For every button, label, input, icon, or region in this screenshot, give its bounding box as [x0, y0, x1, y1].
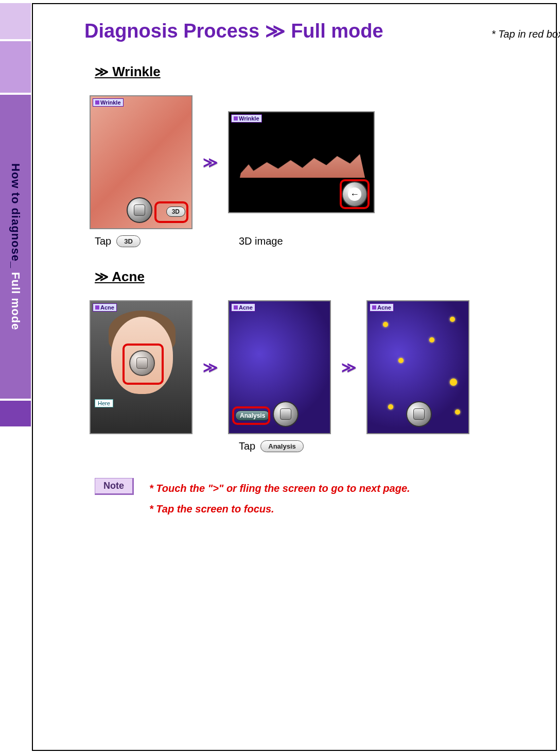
acne-marker	[429, 337, 434, 342]
acne-badge-3: Acne	[370, 303, 394, 312]
note-badge: Note	[95, 478, 134, 495]
page-frame: Diagnosis Process ≫ Full mode * Tap in r…	[32, 3, 557, 751]
capture-button-acne[interactable]	[273, 401, 299, 427]
section-heading-wrinkle: ≫ Wrinkle	[95, 64, 560, 80]
tap-label-acne: Tap	[239, 440, 255, 452]
stop-icon	[134, 204, 145, 216]
red-highlight-back	[340, 179, 370, 209]
sidebar-label: How to diagnose_ Full mode	[9, 163, 22, 330]
3d-image-label: 3D image	[239, 235, 283, 247]
red-highlight-tap	[122, 344, 164, 385]
capture-button[interactable]	[127, 197, 152, 223]
note-line-2: * Tap the screen to focus.	[149, 499, 410, 519]
sidebar-label-part2: Full mode	[9, 272, 22, 330]
note-line-1: * Touch the ">" or fling the screen to g…	[149, 478, 410, 499]
analysis-pill-caption: Analysis	[260, 440, 303, 452]
acne-marker	[388, 404, 393, 409]
page-title: Diagnosis Process ≫ Full mode	[84, 20, 383, 42]
acne-screen-result: Acne	[366, 300, 469, 434]
acne-badge-2: Acne	[231, 303, 255, 312]
acne-screen-position: Acne Here	[90, 300, 192, 434]
sidebar-tab-active[interactable]: How to diagnose_ Full mode	[0, 95, 31, 399]
sidebar-tab-2[interactable]	[0, 41, 31, 93]
step-arrow-icon-2: ≫	[203, 359, 218, 376]
sidebar-tab-4[interactable]	[0, 401, 31, 426]
3d-pill-caption: 3D	[116, 235, 141, 247]
acne-screen-raw: Acne Analysis	[228, 300, 331, 434]
acne-badge-1: Acne	[93, 303, 117, 312]
legend-text: * Tap in red box	[492, 28, 560, 40]
acne-marker	[398, 358, 404, 363]
step-arrow-icon-3: ≫	[341, 359, 356, 376]
section-heading-acne: ≫ Acne	[95, 269, 560, 285]
note-text: * Touch the ">" or fling the screen to g…	[149, 478, 410, 519]
sidebar-label-part1: How to diagnose_	[9, 163, 22, 272]
red-highlight-analysis	[232, 406, 270, 425]
skin-3d-render	[240, 138, 365, 178]
stop-icon-3	[413, 408, 425, 420]
tap-label-wrinkle: Tap	[95, 235, 111, 247]
wrinkle-screen-capture: Wrinkle 3D	[90, 95, 192, 229]
red-highlight-3d	[154, 201, 188, 223]
acne-marker	[450, 317, 455, 322]
here-tag: Here	[95, 399, 113, 407]
stop-icon-2	[280, 408, 291, 420]
wrinkle-badge-2: Wrinkle	[231, 114, 262, 123]
capture-button-acne-2[interactable]	[406, 401, 432, 427]
wrinkle-badge: Wrinkle	[93, 98, 124, 107]
sidebar-tab-1[interactable]	[0, 3, 31, 39]
acne-marker	[383, 322, 388, 327]
acne-marker	[455, 409, 460, 415]
step-arrow-icon: ≫	[203, 154, 218, 171]
acne-marker	[450, 379, 457, 386]
wrinkle-screen-3d: Wrinkle ←	[228, 111, 375, 213]
